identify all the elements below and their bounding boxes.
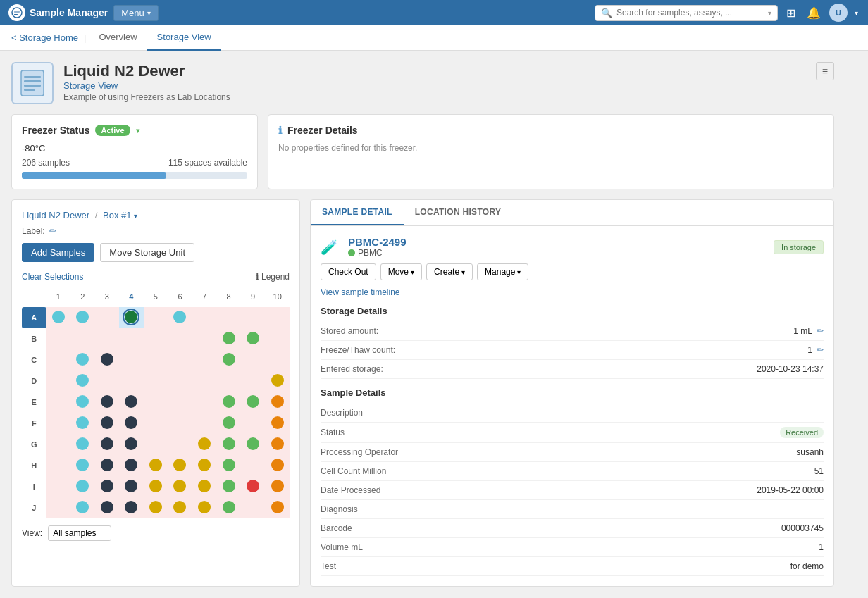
grid-cell[interactable] bbox=[70, 349, 95, 370]
grid-cell[interactable] bbox=[241, 497, 266, 518]
grid-cell[interactable] bbox=[241, 307, 266, 328]
grid-cell[interactable] bbox=[216, 328, 241, 349]
grid-cell[interactable] bbox=[216, 476, 241, 497]
grid-cell[interactable] bbox=[95, 392, 120, 413]
grid-cell[interactable] bbox=[119, 413, 144, 434]
check-out-button[interactable]: Check Out bbox=[321, 263, 376, 280]
grid-cell[interactable] bbox=[192, 497, 217, 518]
grid-cell[interactable] bbox=[119, 497, 144, 518]
view-select[interactable]: All samples bbox=[48, 525, 111, 541]
active-badge[interactable]: Active bbox=[95, 125, 130, 136]
avatar[interactable]: U bbox=[829, 4, 848, 22]
breadcrumb-parent-link[interactable]: Liquid N2 Dewer bbox=[22, 210, 89, 220]
grid-cell[interactable] bbox=[265, 455, 290, 476]
grid-cell[interactable] bbox=[119, 349, 144, 370]
sample-id[interactable]: PBMC-2499 bbox=[348, 236, 407, 248]
grid-cell[interactable] bbox=[265, 413, 290, 434]
search-input[interactable] bbox=[616, 8, 764, 18]
grid-cell[interactable] bbox=[46, 370, 71, 392]
grid-cell[interactable] bbox=[216, 455, 241, 476]
grid-cell[interactable] bbox=[192, 434, 217, 455]
grid-cell[interactable] bbox=[144, 307, 168, 328]
grid-cell[interactable] bbox=[168, 413, 192, 434]
grid-cell[interactable] bbox=[265, 497, 290, 518]
grid-cell[interactable] bbox=[168, 349, 192, 370]
grid-cell[interactable] bbox=[46, 497, 71, 518]
grid-cell[interactable] bbox=[144, 392, 168, 413]
grid-cell[interactable] bbox=[265, 307, 290, 328]
grid-cell[interactable] bbox=[168, 307, 192, 328]
add-samples-button[interactable]: Add Samples bbox=[22, 243, 94, 262]
freeze-thaw-edit-icon[interactable]: ✏ bbox=[817, 345, 824, 355]
manage-button[interactable]: Manage ▾ bbox=[477, 263, 528, 280]
notifications-button[interactable]: 🔔 bbox=[804, 4, 824, 23]
grid-cell[interactable] bbox=[95, 307, 120, 328]
search-bar[interactable]: 🔍 ▾ bbox=[595, 5, 778, 21]
grid-cell[interactable] bbox=[192, 328, 217, 349]
view-timeline-link[interactable]: View sample timeline bbox=[321, 287, 824, 297]
grid-cell[interactable] bbox=[192, 455, 217, 476]
grid-cell[interactable] bbox=[95, 455, 120, 476]
grid-cell[interactable] bbox=[95, 413, 120, 434]
grid-cell[interactable] bbox=[95, 328, 120, 349]
grid-cell[interactable] bbox=[46, 455, 71, 476]
legend-link[interactable]: ℹ Legend bbox=[256, 272, 290, 282]
grid-cell[interactable] bbox=[241, 370, 266, 392]
tab-overview[interactable]: Overview bbox=[89, 25, 147, 51]
tab-storage-view[interactable]: Storage View bbox=[147, 25, 221, 51]
grid-cell[interactable] bbox=[265, 434, 290, 455]
grid-cell[interactable] bbox=[144, 349, 168, 370]
grid-cell[interactable] bbox=[119, 455, 144, 476]
grid-cell[interactable] bbox=[70, 413, 95, 434]
grid-cell[interactable] bbox=[144, 476, 168, 497]
grid-cell[interactable] bbox=[70, 392, 95, 413]
grid-cell[interactable] bbox=[168, 392, 192, 413]
grid-cell[interactable] bbox=[46, 349, 71, 370]
grid-cell[interactable] bbox=[144, 370, 168, 392]
grid-cell[interactable] bbox=[241, 455, 266, 476]
grid-cell[interactable] bbox=[95, 434, 120, 455]
grid-cell[interactable] bbox=[241, 392, 266, 413]
grid-cell[interactable] bbox=[70, 328, 95, 349]
grid-cell[interactable] bbox=[265, 328, 290, 349]
grid-cell[interactable] bbox=[192, 370, 217, 392]
grid-cell[interactable] bbox=[241, 328, 266, 349]
move-storage-button[interactable]: Move Storage Unit bbox=[100, 243, 194, 262]
grid-cell[interactable] bbox=[70, 307, 95, 328]
grid-cell[interactable] bbox=[168, 370, 192, 392]
storage-home-link[interactable]: < Storage Home bbox=[11, 32, 81, 43]
grid-cell[interactable] bbox=[119, 370, 144, 392]
grid-cell[interactable] bbox=[95, 476, 120, 497]
grid-cell[interactable] bbox=[192, 413, 217, 434]
grid-cell[interactable] bbox=[241, 476, 266, 497]
grid-cell[interactable] bbox=[119, 476, 144, 497]
grid-cell[interactable] bbox=[46, 413, 71, 434]
tab-location-history[interactable]: LOCATION HISTORY bbox=[404, 200, 513, 225]
user-menu-chevron[interactable]: ▾ bbox=[853, 9, 860, 17]
grid-cell[interactable] bbox=[144, 497, 168, 518]
move-button[interactable]: Move ▾ bbox=[380, 263, 422, 280]
grid-cell[interactable] bbox=[46, 392, 71, 413]
grid-cell[interactable] bbox=[144, 434, 168, 455]
grid-cell[interactable] bbox=[265, 349, 290, 370]
grid-cell[interactable] bbox=[216, 434, 241, 455]
grid-cell[interactable] bbox=[46, 328, 71, 349]
grid-cell[interactable] bbox=[144, 455, 168, 476]
menu-button[interactable]: Menu ▾ bbox=[113, 5, 159, 21]
grid-cell[interactable] bbox=[95, 370, 120, 392]
grid-cell[interactable] bbox=[95, 349, 120, 370]
grid-cell[interactable] bbox=[70, 455, 95, 476]
grid-cell[interactable] bbox=[119, 328, 144, 349]
grid-cell[interactable] bbox=[216, 307, 241, 328]
grid-cell[interactable] bbox=[168, 328, 192, 349]
grid-cell[interactable] bbox=[192, 307, 217, 328]
tab-sample-detail[interactable]: SAMPLE DETAIL bbox=[311, 200, 404, 225]
grid-cell[interactable] bbox=[95, 497, 120, 518]
box-selector[interactable]: Box #1 ▾ bbox=[103, 210, 137, 220]
grid-cell[interactable] bbox=[216, 413, 241, 434]
grid-cell[interactable] bbox=[119, 434, 144, 455]
grid-cell[interactable] bbox=[46, 307, 71, 328]
grid-cell[interactable] bbox=[265, 370, 290, 392]
grid-cell[interactable] bbox=[241, 349, 266, 370]
page-menu-button[interactable]: ≡ bbox=[816, 62, 834, 80]
